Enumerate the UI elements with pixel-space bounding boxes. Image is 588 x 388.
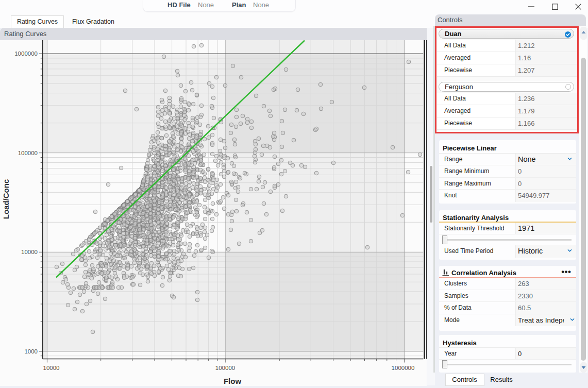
- svg-text:Load/Conc: Load/Conc: [2, 179, 10, 219]
- svg-text:100000: 100000: [18, 149, 38, 156]
- svg-text:1000000: 1000000: [14, 50, 38, 57]
- svg-text:1000000: 1000000: [392, 364, 415, 370]
- svg-text:1000: 1000: [24, 348, 38, 354]
- svg-text:10000: 10000: [43, 364, 60, 370]
- svg-text:100000: 100000: [215, 364, 235, 370]
- svg-text:Flow: Flow: [224, 377, 241, 385]
- svg-text:10000: 10000: [21, 249, 38, 255]
